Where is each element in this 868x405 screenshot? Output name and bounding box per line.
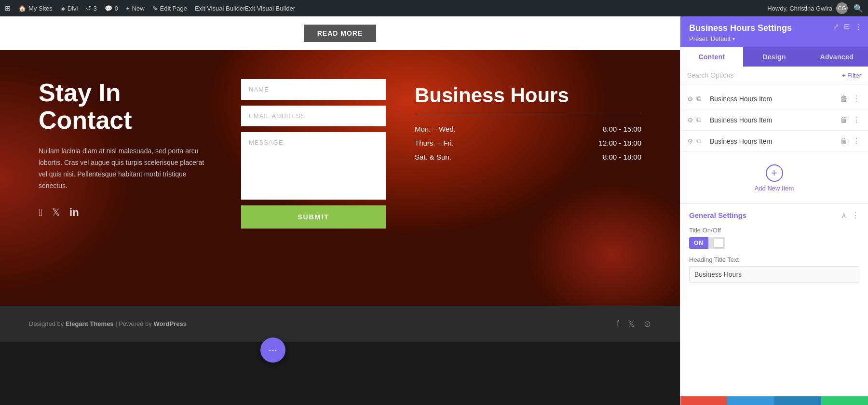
comments-icon: 💬: [105, 5, 112, 12]
exit-visual-builder-text: Exit Visual Builder: [245, 5, 296, 12]
delete-button[interactable]: 🗑: [839, 115, 849, 125]
item-label: Business Hours Item: [705, 95, 835, 103]
general-settings: General Settings ∧ ⋮ Title On/Off ON: [680, 203, 868, 296]
tab-content[interactable]: Content: [680, 47, 743, 67]
house-icon: 🏠: [18, 5, 26, 12]
topbar-right: Howdy, Christina Gwira CG 🔍: [767, 2, 863, 14]
panel-action-bar: ✕ ↺ ↻ ✓: [680, 396, 868, 405]
topbar-wordpress[interactable]: ⊞: [5, 4, 11, 12]
bh-day-1: Mon. – Wed.: [415, 125, 456, 133]
topbar-editpage[interactable]: ✎ Edit Page: [152, 5, 187, 12]
delete-button[interactable]: 🗑: [839, 94, 849, 104]
filter-button[interactable]: + Filter: [842, 72, 861, 79]
revisions-icon: ↺: [86, 5, 91, 12]
bh-time-1: 8:00 - 15:00: [603, 125, 641, 133]
tab-content-label: Content: [698, 53, 725, 61]
settings-icon[interactable]: ⚙: [687, 116, 693, 124]
contact-title: Stay In Contact: [39, 79, 212, 134]
topbar: ⊞ 🏠 My Sites ◈ Divi ↺ 3 💬 0 + New ✎ Edit…: [0, 0, 868, 16]
undo-button[interactable]: ↺: [727, 396, 774, 405]
panel-preset[interactable]: Preset: Default ▾: [689, 35, 859, 42]
more-button[interactable]: ⋮: [852, 93, 861, 104]
fab-button[interactable]: ···: [260, 338, 285, 363]
more-options-icon[interactable]: ⋮: [855, 22, 862, 31]
bh-time-3: 8:00 - 18:00: [603, 153, 641, 161]
contact-description: Nullam lacinia diam at nisl malesuada, s…: [39, 146, 212, 191]
footer-twitter-icon[interactable]: 𝕏: [628, 319, 635, 329]
copy-icon[interactable]: ⧉: [696, 137, 701, 145]
item-label: Business Hours Item: [705, 116, 835, 124]
list-item: ⚙ ⧉ Business Hours Item 🗑 ⋮: [680, 131, 868, 152]
contact-form: SUBMIT: [241, 79, 386, 229]
save-button[interactable]: ✓: [821, 396, 868, 405]
settings-panel: Business Hours Settings Preset: Default …: [680, 16, 868, 405]
title-on-off-field: Title On/Off ON: [689, 227, 859, 249]
panel-body: ⚙ ⧉ Business Hours Item 🗑 ⋮ ⚙ ⧉ Business…: [680, 84, 868, 396]
footer-facebook-icon[interactable]: f: [617, 319, 619, 329]
search-icon[interactable]: 🔍: [854, 4, 863, 13]
panel-tabs: Content Design Advanced: [680, 47, 868, 67]
topbar-comments[interactable]: 💬 0: [105, 5, 118, 12]
list-item: ⚙ ⧉ Business Hours Item 🗑 ⋮: [680, 88, 868, 109]
bh-day-3: Sat. & Sun.: [415, 153, 451, 161]
business-hours-divider: [415, 115, 641, 115]
item-icons: ⚙ ⧉: [687, 94, 701, 103]
topbar-revisions[interactable]: ↺ 3: [86, 5, 97, 12]
footer-instagram-icon[interactable]: ⊙: [644, 319, 651, 329]
footer-credit: Designed by Elegant Themes | Powered by …: [29, 320, 187, 327]
settings-icon[interactable]: ⚙: [687, 95, 693, 103]
fab-icon: ···: [269, 344, 277, 356]
topbar-mysites[interactable]: 🏠 My Sites: [18, 5, 53, 12]
topbar-new[interactable]: + New: [126, 5, 145, 12]
chevron-down-icon: ▾: [732, 36, 735, 41]
toggle-off-area[interactable]: [708, 237, 725, 249]
editpage-label: Edit Page: [160, 5, 187, 12]
more-button[interactable]: ⋮: [852, 135, 861, 147]
redo-button[interactable]: ↻: [774, 396, 821, 405]
linkedin-icon[interactable]: in: [69, 206, 79, 219]
gs-header: General Settings ∧ ⋮: [689, 211, 859, 220]
topbar-exit-builder[interactable]: Exit Visual Builder Exit Visual Builder: [195, 5, 295, 12]
cancel-button[interactable]: ✕: [680, 396, 727, 405]
more-button[interactable]: ⋮: [852, 114, 861, 125]
topbar-howdy: Howdy, Christina Gwira CG: [767, 2, 848, 14]
message-input[interactable]: [241, 132, 386, 200]
columns-icon[interactable]: ⊟: [844, 22, 850, 31]
panel-search-bar: + Filter: [680, 67, 868, 84]
business-hours-title: Business Hours: [415, 84, 641, 107]
save-icon: ✓: [841, 403, 849, 405]
bh-row-1: Mon. – Wed. 8:00 - 15:00: [415, 125, 641, 133]
contact-left: Stay In Contact Nullam lacinia diam at n…: [39, 79, 212, 219]
twitter-icon[interactable]: 𝕏: [52, 206, 60, 219]
fullscreen-icon[interactable]: ⤢: [833, 22, 839, 31]
submit-button[interactable]: SUBMIT: [241, 205, 386, 229]
gs-more-icon[interactable]: ⋮: [852, 211, 859, 220]
search-input[interactable]: [687, 71, 838, 79]
title-on-off-label: Title On/Off: [689, 227, 859, 234]
delete-button[interactable]: 🗑: [839, 136, 849, 147]
toggle-on-label[interactable]: ON: [689, 237, 708, 249]
heading-title-input[interactable]: [689, 266, 859, 283]
add-new-circle: +: [766, 164, 783, 182]
item-icons: ⚙ ⧉: [687, 137, 701, 145]
tab-advanced[interactable]: Advanced: [805, 47, 868, 67]
page-footer: Designed by Elegant Themes | Powered by …: [0, 306, 680, 342]
add-new-item[interactable]: + Add New Item: [680, 156, 868, 203]
copy-icon[interactable]: ⧉: [696, 94, 701, 103]
toggle-row[interactable]: ON: [689, 237, 859, 249]
divi-label: Divi: [68, 5, 78, 12]
user-avatar[interactable]: CG: [836, 2, 848, 14]
heading-title-label: Heading Title Text: [689, 256, 859, 263]
copy-icon[interactable]: ⧉: [696, 116, 701, 124]
tab-design[interactable]: Design: [743, 47, 806, 67]
topbar-divi[interactable]: ◈ Divi: [60, 5, 78, 12]
panel-header: Business Hours Settings Preset: Default …: [680, 16, 868, 47]
facebook-icon[interactable]: : [39, 206, 42, 219]
redo-icon: ↻: [794, 403, 802, 405]
collapse-icon[interactable]: ∧: [841, 211, 847, 220]
email-input[interactable]: [241, 106, 386, 126]
bh-row-3: Sat. & Sun. 8:00 - 18:00: [415, 153, 641, 161]
read-more-button[interactable]: READ MORE: [304, 25, 377, 42]
name-input[interactable]: [241, 79, 386, 100]
settings-icon[interactable]: ⚙: [687, 137, 693, 145]
